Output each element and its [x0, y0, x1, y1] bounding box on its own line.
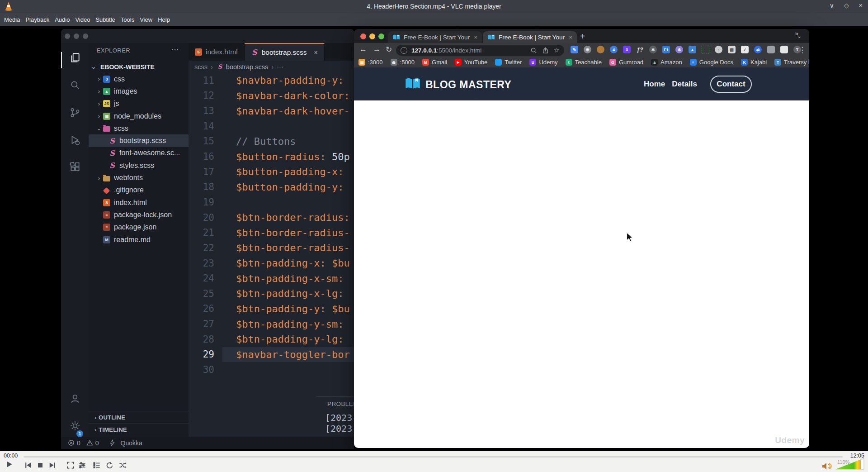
close-tab-icon[interactable]: ×: [569, 34, 572, 41]
volume-icon[interactable]: [822, 462, 832, 470]
explorer-more-icon[interactable]: ⋯: [171, 45, 179, 53]
checker-extension-icon[interactable]: ✓: [741, 46, 749, 53]
tree-item-bootstrap-scss[interactable]: Sbootstrap.scss: [89, 134, 189, 147]
close-tab-icon[interactable]: ×: [474, 34, 477, 41]
puzzle-extension-icon[interactable]: [767, 46, 775, 53]
bookmark--5000[interactable]: ◍:5000: [391, 59, 415, 66]
previous-button[interactable]: [24, 461, 33, 470]
mac-zoom-button[interactable]: [378, 33, 384, 39]
fullscreen-button[interactable]: [66, 461, 75, 470]
bookmark-amazon[interactable]: aAmazon: [651, 59, 682, 66]
timeline-section[interactable]: › TIMELINE: [89, 423, 189, 436]
maximize-icon[interactable]: ◇: [844, 2, 849, 9]
editor-tab-bootstrap-scss[interactable]: Sbootstrap.scss×: [245, 43, 325, 61]
quokka-status[interactable]: Quokka: [109, 439, 142, 447]
contact-button[interactable]: Contact: [710, 76, 752, 93]
site-logo[interactable]: BLOG MASTERY: [405, 77, 511, 92]
purple-gear-extension-icon[interactable]: ✻: [675, 46, 683, 53]
nav-link-home[interactable]: Home: [644, 80, 665, 89]
window-extension-icon[interactable]: ▤: [728, 46, 736, 53]
browser-tab-1[interactable]: Free E-Book | Start Your Own B×: [388, 31, 482, 43]
selection-extension-icon[interactable]: [702, 46, 709, 53]
bookmark-star-icon[interactable]: ☆: [554, 46, 560, 54]
loop-button[interactable]: [105, 461, 114, 470]
lens-extension-icon[interactable]: ◦: [715, 46, 722, 53]
sync-extension-icon[interactable]: ⇄: [754, 46, 762, 53]
white-square-extension-icon[interactable]: [780, 46, 788, 53]
tree-item-js[interactable]: ›JSjs: [89, 98, 189, 110]
mac-close-dot[interactable]: [65, 33, 70, 39]
next-button[interactable]: [48, 461, 57, 470]
tree-item-package-lock-json[interactable]: ≡package-lock.json: [89, 209, 189, 221]
tree-item-node-modules[interactable]: ›▣node_modules: [89, 110, 189, 122]
bookmark-kajabi[interactable]: KKajabi: [741, 59, 767, 66]
tree-item-scss[interactable]: ⌄scss: [89, 122, 189, 134]
explorer-icon[interactable]: [69, 52, 81, 64]
video-display[interactable]: 1 EXPLORER ⋯ ⌄EBOOK-WEBSITE›3css›▲images…: [0, 26, 868, 451]
random-button[interactable]: [118, 461, 127, 470]
menu-media[interactable]: Media: [1, 16, 23, 23]
account-icon[interactable]: [69, 393, 81, 405]
mac-minimize-dot[interactable]: [74, 33, 79, 39]
url-text[interactable]: 127.0.0.1:5500/index.html: [411, 47, 525, 54]
breadcrumb[interactable]: scss › S bootstrap.scss › ⋯: [194, 61, 283, 73]
bookmarks-overflow-icon[interactable]: »: [795, 30, 798, 37]
menu-audio[interactable]: Audio: [52, 16, 72, 23]
project-root[interactable]: ⌄EBOOK-WEBSITE: [89, 61, 189, 73]
tree-item-webfonts[interactable]: ›webfonts: [89, 172, 189, 184]
badge-4-extension-icon[interactable]: 4: [610, 46, 618, 53]
extended-settings-button[interactable]: [78, 461, 87, 470]
tree-item-styles-scss[interactable]: Sstyles.scss: [89, 159, 189, 172]
close-icon[interactable]: ×: [859, 2, 863, 9]
screenshot-extension-icon[interactable]: ▴: [689, 46, 696, 53]
tree-item-index-html[interactable]: 5index.html: [89, 196, 189, 209]
bookmark-twitter[interactable]: Twitter: [495, 59, 522, 66]
monkey-extension-icon[interactable]: [597, 46, 604, 53]
tree-item-package-json[interactable]: ≡package.json: [89, 221, 189, 234]
stop-button[interactable]: [36, 461, 45, 470]
bookmark-youtube[interactable]: ▶YouTube: [455, 59, 487, 66]
close-tab-icon[interactable]: ×: [314, 49, 318, 56]
bookmark-gumroad[interactable]: GGumroad: [609, 59, 643, 66]
extensions-icon[interactable]: [69, 161, 81, 173]
mac-close-button[interactable]: [360, 33, 366, 39]
menu-playback[interactable]: Playback: [23, 16, 52, 23]
tree-item-css[interactable]: ›3css: [89, 73, 189, 85]
address-bar[interactable]: i 127.0.0.1:5500/index.html ☆: [396, 45, 564, 56]
bookmark-google-docs[interactable]: ≡Google Docs: [690, 59, 733, 66]
playlist-button[interactable]: [92, 461, 101, 470]
site-info-icon[interactable]: i: [401, 47, 407, 54]
reload-icon[interactable]: ↻: [386, 45, 392, 54]
bookmark-udemy[interactable]: UUdemy: [529, 59, 557, 66]
play-button[interactable]: [5, 460, 14, 469]
browser-menu-icon[interactable]: ⋮: [798, 45, 806, 55]
editor-tab-index-html[interactable]: 5index.html: [189, 43, 245, 61]
menu-tools[interactable]: Tools: [118, 16, 137, 23]
function-extension-icon[interactable]: ƒ?: [636, 46, 644, 53]
mac-zoom-dot[interactable]: [83, 33, 88, 39]
menu-help[interactable]: Help: [155, 16, 173, 23]
volume-slider[interactable]: [835, 458, 864, 472]
run-debug-icon[interactable]: [69, 134, 81, 146]
mac-minimize-button[interactable]: [369, 33, 375, 39]
share-icon[interactable]: [542, 47, 549, 54]
pen-tool-extension-icon[interactable]: ✎: [571, 46, 578, 53]
output-console[interactable]: [2023-06-09 10:05] Compile[2023-06-09 10…: [325, 412, 354, 434]
back-icon[interactable]: ←: [359, 45, 367, 54]
menu-view[interactable]: View: [137, 16, 155, 23]
menu-video[interactable]: Video: [72, 16, 93, 23]
search-icon[interactable]: [69, 79, 81, 91]
outline-section[interactable]: › OUTLINE: [89, 411, 189, 424]
menu-subtitle[interactable]: Subtitle: [93, 16, 118, 23]
cube-3-extension-icon[interactable]: 3: [623, 46, 631, 53]
tree-item--gitignore[interactable]: .gitignore: [89, 184, 189, 196]
bookmark-traversy-media[interactable]: TTraversy Media: [774, 59, 809, 66]
tree-item-font-awesome-sc-[interactable]: Sfont-awesome.sc...: [89, 147, 189, 159]
tree-item-readme-md[interactable]: Mreadme.md: [89, 234, 189, 246]
browser-tab-2[interactable]: Free E-Book | Start Your Own B×: [483, 31, 577, 43]
seek-slider[interactable]: [24, 456, 843, 458]
bookmark--3000[interactable]: ▤:3000: [359, 59, 383, 66]
snowflake-extension-icon[interactable]: ✳: [584, 46, 591, 53]
new-tab-button[interactable]: +: [580, 31, 585, 42]
minimize-icon[interactable]: ∨: [830, 2, 834, 9]
